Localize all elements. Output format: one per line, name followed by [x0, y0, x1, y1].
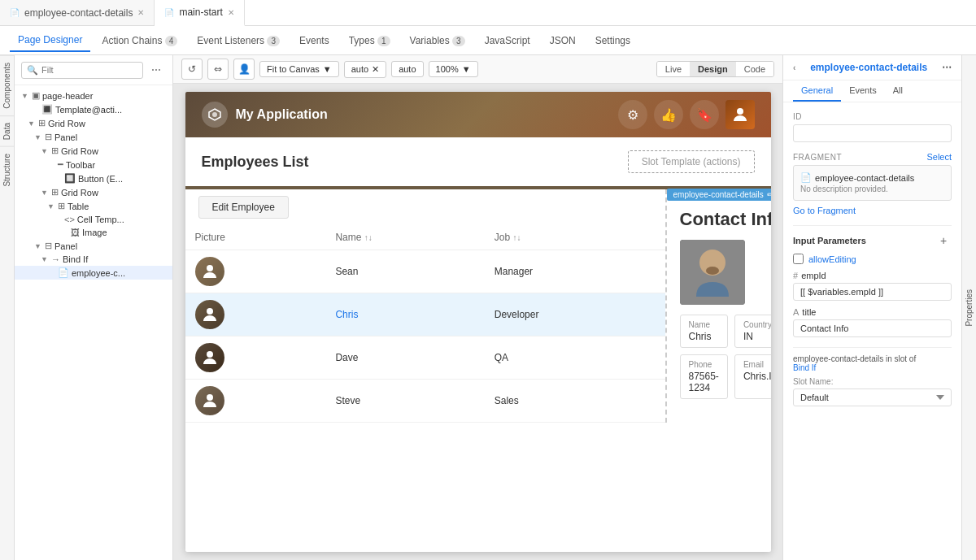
- title-input[interactable]: [793, 319, 952, 337]
- edit-employee-btn[interactable]: Edit Employee: [198, 196, 289, 219]
- data-label[interactable]: Data: [0, 115, 14, 146]
- slot-name-select[interactable]: Default: [793, 389, 952, 406]
- tree-template[interactable]: 🔳 Template@acti...: [15, 102, 172, 116]
- table-row[interactable]: Chris Developer: [185, 293, 665, 336]
- tree-button[interactable]: 🔲 Button (E...: [15, 171, 172, 185]
- slot-name-label: Slot Name:: [793, 377, 952, 386]
- tree-grid-row-2[interactable]: ▼ ⊞ Grid Row: [15, 144, 172, 158]
- svg-point-4: [207, 308, 213, 315]
- nav-variables[interactable]: Variables 3: [402, 30, 473, 51]
- center-toolbar: ↺ ⇔ 👤 Fit to Canvas ▼ auto ✕ auto 100% ▼…: [173, 55, 782, 84]
- toolbar-icon: ━: [58, 159, 63, 170]
- close-tab-2-icon[interactable]: ✕: [228, 8, 234, 17]
- zoom-dropdown[interactable]: 100% ▼: [429, 61, 478, 77]
- nav-action-chains[interactable]: Action Chains 4: [94, 30, 185, 51]
- left-panel: 🔍 ⋯ ▼ ▣ page-header 🔳 Template@acti... ▼…: [15, 55, 173, 560]
- auto1-dropdown[interactable]: auto ✕: [344, 61, 386, 78]
- tab-employee-contact[interactable]: 📄 employee-contact-details ✕: [0, 0, 155, 25]
- avatar-steve: [195, 386, 224, 415]
- avatar-btn[interactable]: [725, 100, 755, 129]
- cell-picture-dave: [185, 336, 326, 380]
- allow-editing-label[interactable]: allowEditing: [808, 254, 856, 264]
- toggle-layout-btn[interactable]: ⇔: [207, 59, 229, 80]
- code-btn[interactable]: Code: [736, 62, 773, 76]
- search-input[interactable]: [41, 65, 137, 75]
- close-icon[interactable]: ✕: [372, 64, 379, 75]
- tree-panel-2[interactable]: ▼ ⊟ Panel: [15, 239, 172, 253]
- avatar-chris: [195, 300, 224, 329]
- tree-bind-if[interactable]: ▼ → Bind If: [15, 253, 172, 266]
- tree-cell-template[interactable]: <> Cell Temp...: [15, 213, 172, 226]
- components-label[interactable]: Components: [0, 55, 14, 115]
- side-labels: Components Data Structure: [0, 55, 15, 560]
- right-panel-tabs: General Events All: [783, 80, 961, 102]
- nav-json[interactable]: JSON: [542, 30, 584, 51]
- tree-image[interactable]: 🖼 Image: [15, 226, 172, 239]
- right-panel-header: ‹ employee-contact-details ⋯: [783, 55, 961, 80]
- person-btn[interactable]: 👤: [233, 59, 255, 80]
- live-btn[interactable]: Live: [657, 62, 690, 76]
- allow-editing-checkbox[interactable]: [793, 254, 804, 264]
- tab-events[interactable]: Events: [841, 80, 885, 102]
- fragment-select-link[interactable]: Select: [926, 152, 952, 162]
- structure-label[interactable]: Structure: [0, 146, 14, 193]
- field-phone: Phone 87565-1234: [680, 354, 728, 399]
- tab-main-start[interactable]: 📄 main-start ✕: [155, 0, 244, 26]
- divider-2: [793, 347, 952, 348]
- edit-fragment-icon[interactable]: ✏: [767, 190, 771, 199]
- table-row[interactable]: Steve Sales: [185, 380, 665, 423]
- header-actions: ⚙ 👍 🔖: [618, 100, 755, 129]
- properties-label[interactable]: Properties: [965, 289, 974, 327]
- employee-list: Edit Employee Picture Name ↑↓: [185, 189, 665, 423]
- bookmark-icon-btn[interactable]: 🔖: [690, 100, 719, 129]
- cell-name-dave: Dave: [325, 336, 484, 380]
- tree-employee-fragment[interactable]: 📄 employee-c...: [15, 266, 172, 280]
- grid-icon-3: ⊞: [51, 187, 59, 198]
- add-param-btn[interactable]: +: [935, 232, 952, 249]
- tree-toolbar[interactable]: ━ Toolbar: [15, 158, 172, 171]
- tree-table[interactable]: ▼ ⊞ Table: [15, 199, 172, 213]
- close-tab-icon[interactable]: ✕: [137, 8, 144, 17]
- svg-point-11: [706, 267, 719, 275]
- auto2-dropdown[interactable]: auto: [391, 61, 423, 77]
- fit-to-canvas-dropdown[interactable]: Fit to Canvas ▼: [259, 61, 339, 77]
- right-panel-title[interactable]: employee-contact-details: [810, 62, 927, 73]
- go-to-fragment-link[interactable]: Go to Fragment: [793, 206, 952, 215]
- cell-job-sean: Manager: [485, 250, 665, 293]
- tree-grid-row-1[interactable]: ▼ ⊞ Grid Row: [15, 116, 172, 130]
- id-input[interactable]: [793, 124, 952, 142]
- grid-icon-2: ⊞: [51, 145, 59, 156]
- empid-label: # empId: [793, 271, 952, 280]
- name-sort-icon: ↑↓: [364, 233, 373, 242]
- tree-grid-row-3[interactable]: ▼ ⊞ Grid Row: [15, 185, 172, 199]
- settings-icon-btn[interactable]: ⚙: [618, 100, 647, 129]
- nav-event-listeners[interactable]: Event Listeners 3: [189, 30, 288, 51]
- refresh-btn[interactable]: ↺: [181, 59, 203, 80]
- file-icon-2: 📄: [164, 8, 174, 17]
- prop-fragment-section: Fragment Select 📄 employee-contact-detai…: [793, 152, 952, 215]
- nav-javascript[interactable]: JavaScript: [477, 30, 538, 51]
- template-icon: 🔳: [41, 104, 53, 115]
- cell-picture-chris: [185, 293, 326, 336]
- tree-page-header[interactable]: ▼ ▣ page-header: [15, 89, 172, 102]
- col-job[interactable]: Job ↑↓: [485, 225, 665, 250]
- nav-types[interactable]: Types 1: [341, 30, 399, 51]
- right-panel-more-icon[interactable]: ⋯: [942, 62, 952, 73]
- design-btn[interactable]: Design: [690, 62, 736, 76]
- nav-events[interactable]: Events: [291, 30, 338, 51]
- tab-all[interactable]: All: [885, 80, 911, 102]
- search-box[interactable]: 🔍: [21, 62, 143, 79]
- cell-picture-steve: [185, 380, 326, 423]
- table-row[interactable]: Dave QA: [185, 336, 665, 380]
- like-icon-btn[interactable]: 👍: [654, 100, 683, 129]
- more-options-btn[interactable]: ⋯: [146, 60, 166, 80]
- image-icon: 🖼: [71, 228, 80, 237]
- col-name[interactable]: Name ↑↓: [325, 225, 484, 250]
- nav-page-designer[interactable]: Page Designer: [10, 29, 90, 52]
- tree-panel-1[interactable]: ▼ ⊟ Panel: [15, 130, 172, 144]
- tab-general[interactable]: General: [793, 80, 841, 102]
- nav-settings[interactable]: Settings: [587, 30, 638, 51]
- empid-input[interactable]: [793, 283, 952, 301]
- table-row[interactable]: Sean Manager: [185, 250, 665, 293]
- bind-if-link[interactable]: Bind If: [793, 363, 816, 372]
